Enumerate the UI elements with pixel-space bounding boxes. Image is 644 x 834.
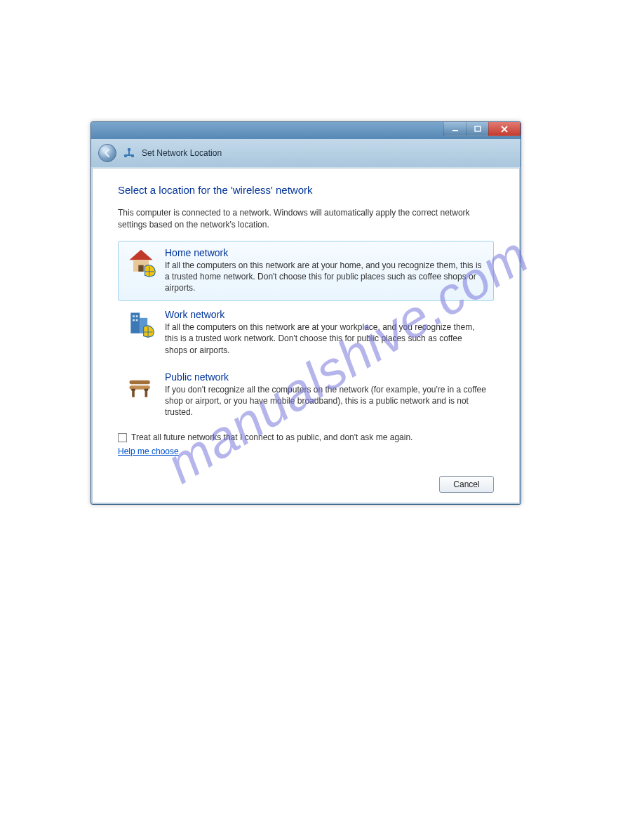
svg-rect-10 xyxy=(136,319,138,322)
option-home-title: Home network xyxy=(165,247,486,258)
svg-rect-0 xyxy=(452,130,458,131)
dialog-footer: Cancel xyxy=(118,456,494,493)
treat-public-label: Treat all future networks that I connect… xyxy=(131,432,412,442)
option-home-text: Home network If all the computers on thi… xyxy=(165,247,486,294)
option-work-title: Work network xyxy=(165,309,486,320)
back-button[interactable] xyxy=(98,144,116,162)
option-home-desc: If all the computers on this network are… xyxy=(165,260,486,294)
option-work-text: Work network If all the computers on thi… xyxy=(165,309,486,356)
option-public-title: Public network xyxy=(165,371,486,383)
public-icon xyxy=(126,371,156,402)
option-public-network[interactable]: Public network If you don't recognize al… xyxy=(118,365,494,426)
option-work-desc: If all the computers on this network are… xyxy=(165,322,486,356)
option-home-network[interactable]: Home network If all the computers on thi… xyxy=(118,241,494,302)
svg-rect-4 xyxy=(138,265,143,271)
treat-public-checkbox[interactable] xyxy=(118,433,127,442)
svg-rect-7 xyxy=(133,315,135,317)
svg-rect-8 xyxy=(136,315,138,317)
minimize-button[interactable] xyxy=(443,122,466,136)
help-me-choose-link[interactable]: Help me choose xyxy=(118,446,179,456)
close-button[interactable] xyxy=(488,122,521,136)
content-intro: This computer is connected to a network.… xyxy=(118,207,494,231)
svg-rect-15 xyxy=(131,388,135,390)
work-icon xyxy=(126,309,156,340)
network-location-icon xyxy=(123,147,135,159)
dialog-window: Set Network Location Select a location f… xyxy=(90,121,521,505)
dialog-header: Set Network Location xyxy=(91,139,521,167)
option-public-desc: If you don't recognize all the computers… xyxy=(165,384,486,418)
window-control-group xyxy=(443,122,521,136)
option-work-network[interactable]: Work network If all the computers on thi… xyxy=(118,303,494,364)
cancel-button[interactable]: Cancel xyxy=(439,476,494,493)
svg-rect-9 xyxy=(133,319,135,322)
dialog-content: Select a location for the 'wireless' net… xyxy=(92,168,520,503)
home-icon xyxy=(126,247,156,278)
svg-rect-16 xyxy=(145,388,149,390)
option-public-text: Public network If you don't recognize al… xyxy=(165,371,486,418)
svg-rect-1 xyxy=(475,126,481,131)
treat-public-row: Treat all future networks that I connect… xyxy=(118,432,494,442)
svg-rect-11 xyxy=(130,380,150,385)
content-heading: Select a location for the 'wireless' net… xyxy=(118,184,494,196)
svg-marker-2 xyxy=(130,249,153,260)
svg-rect-5 xyxy=(130,313,140,333)
titlebar xyxy=(91,122,521,139)
dialog-title: Set Network Location xyxy=(142,148,222,158)
maximize-button[interactable] xyxy=(466,122,488,136)
